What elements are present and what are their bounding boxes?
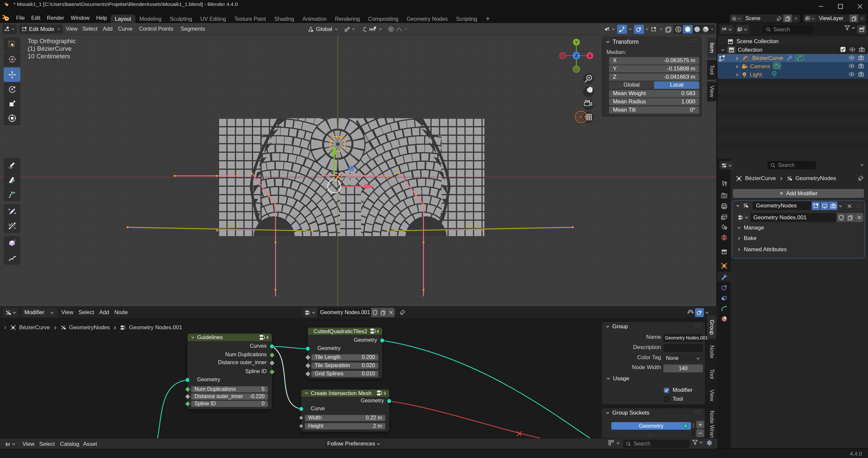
svg-text:Y: Y xyxy=(575,40,578,45)
svg-text:X: X xyxy=(589,53,591,58)
svg-text:Z: Z xyxy=(575,53,578,58)
